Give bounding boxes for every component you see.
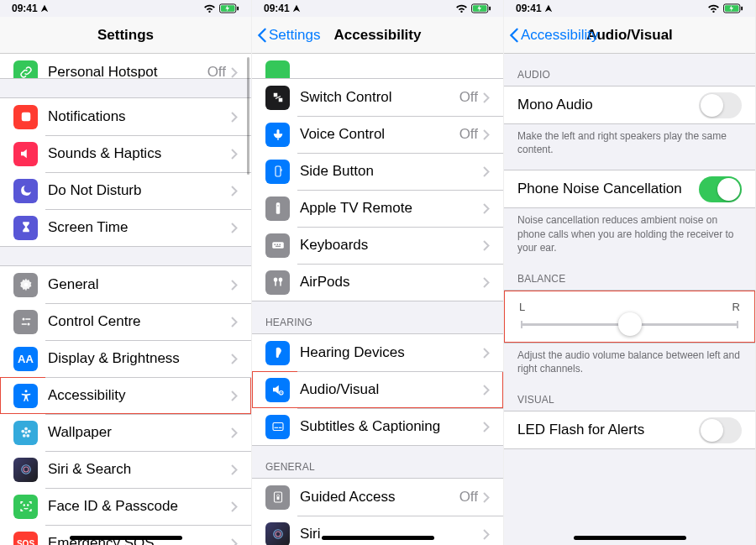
switch-control-icon — [265, 86, 290, 110]
row-noise-cancellation[interactable]: Phone Noise Cancellation — [504, 170, 755, 207]
row-general[interactable]: General — [0, 266, 251, 303]
row-label: Face ID & Passcode — [48, 498, 231, 515]
row-display-brightness[interactable]: AA Display & Brightness — [0, 340, 251, 377]
visual-header: Visual — [504, 379, 755, 411]
svg-rect-8 — [21, 323, 26, 325]
row-notifications[interactable]: Notifications — [0, 98, 251, 135]
svg-point-7 — [27, 323, 29, 326]
row-label: Phone Noise Cancellation — [517, 181, 699, 197]
row-label: Mono Audio — [517, 97, 699, 113]
chevron-right-icon — [231, 538, 238, 546]
balance-left-label: L — [519, 301, 525, 313]
chain-icon — [13, 60, 38, 80]
row-face-id-passcode[interactable]: Face ID & Passcode — [0, 488, 251, 525]
scroll-indicator[interactable] — [247, 57, 249, 175]
svg-point-15 — [21, 430, 24, 433]
home-indicator[interactable] — [574, 536, 686, 540]
row-keyboards[interactable]: Keyboards — [252, 227, 503, 264]
row-do-not-disturb[interactable]: Do Not Disturb — [0, 172, 251, 209]
svg-rect-37 — [276, 246, 281, 247]
svg-point-19 — [27, 505, 28, 506]
nav-bar: Settings Accessibility — [252, 17, 503, 54]
back-button[interactable]: Accessibility — [509, 27, 599, 44]
svg-point-5 — [22, 318, 24, 321]
mono-audio-footer: Make the left and right speakers play th… — [504, 124, 755, 160]
status-bar: 09:41 — [252, 0, 503, 17]
row-control-centre[interactable]: Control Centre — [0, 303, 251, 340]
row-sounds-haptics[interactable]: Sounds & Haptics — [0, 135, 251, 172]
balance-footer: Adjust the audio volume balance between … — [504, 343, 755, 379]
noise-cancellation-footer: Noise cancellation reduces ambient noise… — [504, 208, 755, 258]
row-wallpaper[interactable]: Wallpaper — [0, 414, 251, 451]
chevron-right-icon — [483, 203, 490, 214]
notifications-icon — [13, 105, 38, 129]
svg-rect-2 — [237, 7, 239, 11]
row-voice-control[interactable]: Voice Control Off — [252, 116, 503, 153]
status-time: 09:41 — [12, 3, 49, 14]
row-screen-time[interactable]: Screen Time — [0, 209, 251, 246]
chevron-right-icon — [483, 492, 490, 503]
row-audio-visual[interactable]: Audio/Visual — [252, 371, 503, 408]
row-apple-tv-remote[interactable]: Apple TV Remote — [252, 190, 503, 227]
row-label: Guided Access — [300, 489, 459, 506]
back-button[interactable]: Settings — [257, 27, 320, 44]
text-size-icon: AA — [13, 347, 38, 371]
row-emergency-sos[interactable]: SOS Emergency SOS — [0, 525, 251, 545]
row-siri-search[interactable]: Siri & Search — [0, 451, 251, 488]
page-title: Audio/Visual — [586, 27, 673, 44]
svg-rect-48 — [276, 496, 279, 500]
row-accessibility[interactable]: Accessibility — [0, 377, 251, 414]
row-value: Off — [459, 126, 478, 143]
svg-point-49 — [273, 530, 282, 539]
siri-icon — [13, 458, 38, 482]
chevron-right-icon — [231, 501, 238, 512]
noise-cancellation-switch[interactable] — [699, 176, 742, 202]
svg-rect-6 — [25, 318, 30, 320]
row-label: AirPods — [300, 274, 483, 291]
row-led-flash[interactable]: LED Flash for Alerts — [504, 411, 755, 448]
status-bar: 09:41 — [504, 0, 755, 17]
chevron-right-icon — [483, 385, 490, 396]
row-value: Off — [207, 64, 226, 79]
row-label: LED Flash for Alerts — [517, 422, 699, 438]
balance-slider[interactable]: L R — [504, 291, 755, 343]
chevron-right-icon — [231, 390, 238, 401]
row-side-button[interactable]: Side Button — [252, 153, 503, 190]
svg-rect-3 — [21, 113, 30, 122]
chevron-right-icon — [483, 129, 490, 140]
row-label: Hearing Devices — [300, 344, 483, 361]
row-siri[interactable]: Siri — [252, 516, 503, 545]
mono-audio-switch[interactable] — [699, 92, 742, 118]
ear-icon — [265, 341, 290, 365]
svg-rect-27 — [276, 129, 279, 136]
sliders-icon — [13, 310, 38, 334]
subtitles-icon — [265, 415, 290, 439]
svg-rect-26 — [278, 98, 282, 102]
row-subtitles-captioning[interactable]: Subtitles & Captioning — [252, 408, 503, 445]
chevron-right-icon — [231, 186, 238, 197]
chevron-right-icon — [231, 427, 238, 438]
svg-point-10 — [24, 432, 27, 434]
row-mono-audio[interactable]: Mono Audio — [504, 86, 755, 123]
row-switch-control[interactable]: Switch Control Off — [252, 79, 503, 116]
led-flash-switch[interactable] — [699, 417, 742, 443]
nav-bar: Settings — [0, 17, 251, 54]
svg-rect-29 — [276, 166, 281, 176]
row-personal-hotspot[interactable]: Personal Hotspot Off — [0, 54, 251, 79]
row-guided-access[interactable]: Guided Access Off — [252, 479, 503, 516]
home-indicator[interactable] — [322, 536, 434, 540]
svg-rect-31 — [276, 202, 280, 214]
row-label: Apple TV Remote — [300, 200, 483, 217]
row-hearing-devices[interactable]: Hearing Devices — [252, 334, 503, 371]
audio-visual-screen: 09:41 Accessibility Audio/Visual Audio M… — [504, 0, 756, 545]
chevron-right-icon — [231, 67, 238, 78]
accessibility-screen: 09:41 Settings Accessibility Switch Cont… — [252, 0, 504, 545]
balance-slider-thumb[interactable] — [618, 312, 642, 336]
speaker-icon — [13, 142, 38, 166]
row-truncated[interactable] — [252, 54, 503, 79]
general-header: General — [252, 446, 503, 478]
home-indicator[interactable] — [70, 536, 182, 540]
row-label: Siri — [300, 526, 483, 542]
row-airpods[interactable]: AirPods — [252, 264, 503, 301]
svg-rect-54 — [741, 7, 743, 11]
